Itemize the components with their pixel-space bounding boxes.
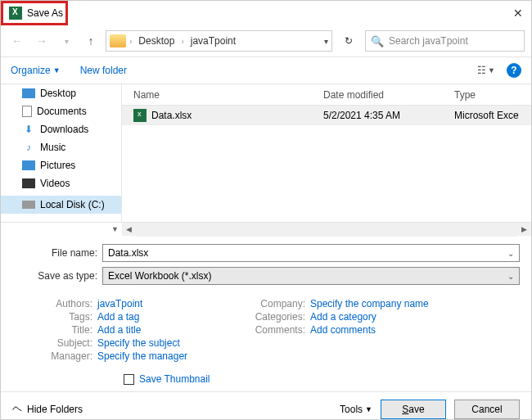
save-button[interactable]: Save bbox=[381, 400, 446, 419]
tools-button[interactable]: Tools ▼ bbox=[340, 404, 372, 415]
subject-label: Subject: bbox=[38, 337, 97, 349]
view-icon: ☷ bbox=[477, 65, 486, 76]
categories-value[interactable]: Add a category bbox=[310, 311, 376, 323]
tree-item-desktop[interactable]: Desktop bbox=[1, 84, 121, 102]
chevron-right-icon[interactable]: › bbox=[181, 37, 183, 46]
music-icon: ♪ bbox=[22, 141, 35, 154]
chevron-down-icon: ▼ bbox=[53, 66, 61, 75]
subject-value[interactable]: Specify the subject bbox=[97, 337, 180, 349]
organize-button[interactable]: Organize ▼ bbox=[11, 65, 61, 76]
tree-item-pictures[interactable]: Pictures bbox=[1, 156, 121, 174]
title-label: Title: bbox=[38, 324, 97, 336]
tags-value[interactable]: Add a tag bbox=[97, 311, 139, 323]
refresh-icon[interactable]: ↻ bbox=[337, 30, 360, 52]
videos-icon bbox=[22, 178, 35, 188]
chevron-down-icon[interactable]: ⌄ bbox=[507, 249, 514, 258]
comments-value[interactable]: Add comments bbox=[310, 324, 376, 336]
recent-dropdown-icon[interactable]: ▾ bbox=[56, 31, 76, 51]
tree-scroll-down-icon[interactable]: ▼ bbox=[1, 222, 122, 236]
authors-value[interactable]: javaTpoint bbox=[97, 298, 142, 309]
authors-label: Authors: bbox=[38, 298, 97, 309]
save-thumbnail-label: Save Thumbnail bbox=[139, 373, 210, 385]
chevron-down-icon[interactable]: ▾ bbox=[324, 37, 328, 46]
cancel-button[interactable]: Cancel bbox=[454, 400, 520, 419]
chevron-down-icon: ▼ bbox=[488, 66, 495, 75]
new-folder-button[interactable]: New folder bbox=[80, 65, 127, 76]
tree-item-music[interactable]: ♪ Music bbox=[1, 138, 121, 156]
excel-file-icon bbox=[133, 109, 147, 122]
desktop-icon bbox=[22, 88, 35, 98]
up-arrow-icon[interactable]: ↑ bbox=[81, 31, 101, 51]
search-input[interactable]: 🔍 Search javaTpoint bbox=[365, 30, 525, 52]
view-button[interactable]: ☷ ▼ bbox=[477, 65, 495, 76]
breadcrumb-javatpoint[interactable]: javaTpoint bbox=[187, 35, 239, 47]
company-label: Company: bbox=[251, 298, 310, 309]
file-row[interactable]: Data.xlsx 5/2/2021 4:35 AM Microsoft Exc… bbox=[122, 106, 531, 125]
chevron-down-icon: ▼ bbox=[365, 405, 372, 413]
tree-item-local-disk[interactable]: Local Disk (C:) bbox=[1, 196, 121, 214]
filename-label: File name: bbox=[12, 247, 102, 259]
manager-value[interactable]: Specify the manager bbox=[97, 350, 187, 362]
savetype-select[interactable]: Excel Workbook (*.xlsx) ⌄ bbox=[102, 267, 520, 285]
document-icon bbox=[22, 106, 32, 117]
breadcrumb-desktop[interactable]: Desktop bbox=[135, 35, 178, 47]
search-placeholder: Search javaTpoint bbox=[389, 35, 468, 47]
folder-tree: Desktop Documents ⬇ Downloads ♪ Music Pi… bbox=[1, 84, 122, 222]
tags-label: Tags: bbox=[38, 311, 97, 323]
excel-icon bbox=[9, 7, 22, 20]
column-name[interactable]: Name bbox=[122, 89, 323, 101]
folder-icon bbox=[110, 34, 126, 47]
savetype-label: Save as type: bbox=[12, 270, 102, 282]
save-thumbnail-checkbox[interactable] bbox=[124, 374, 134, 385]
help-icon[interactable]: ? bbox=[507, 63, 521, 78]
column-date[interactable]: Date modified bbox=[323, 89, 454, 101]
scroll-right-icon[interactable]: ▶ bbox=[517, 223, 531, 237]
chevron-down-icon[interactable]: ⌄ bbox=[507, 272, 514, 281]
column-type[interactable]: Type bbox=[454, 89, 531, 101]
chevron-right-icon[interactable]: › bbox=[129, 37, 132, 46]
comments-label: Comments: bbox=[251, 324, 310, 336]
download-icon: ⬇ bbox=[22, 123, 35, 136]
pictures-icon bbox=[22, 160, 35, 170]
filename-input[interactable]: Data.xlsx ⌄ bbox=[102, 244, 520, 262]
search-icon: 🔍 bbox=[371, 35, 384, 47]
window-title: Save As bbox=[27, 7, 63, 19]
breadcrumb[interactable]: › Desktop › javaTpoint ▾ bbox=[106, 30, 332, 52]
chevron-up-icon: ヘ bbox=[12, 402, 22, 416]
disk-icon bbox=[22, 201, 35, 209]
tree-item-downloads[interactable]: ⬇ Downloads bbox=[1, 120, 121, 138]
company-value[interactable]: Specify the company name bbox=[310, 298, 429, 309]
close-icon[interactable]: ✕ bbox=[513, 7, 523, 20]
title-value[interactable]: Add a title bbox=[97, 324, 141, 336]
forward-arrow-icon[interactable]: → bbox=[32, 31, 52, 51]
scroll-left-icon[interactable]: ◀ bbox=[122, 223, 136, 237]
categories-label: Categories: bbox=[251, 311, 310, 323]
tree-item-documents[interactable]: Documents bbox=[1, 102, 121, 120]
manager-label: Manager: bbox=[38, 350, 97, 362]
back-arrow-icon[interactable]: ← bbox=[7, 31, 27, 51]
horizontal-scrollbar[interactable] bbox=[136, 223, 517, 237]
hide-folders-button[interactable]: ヘ Hide Folders bbox=[12, 402, 83, 416]
tree-item-videos[interactable]: Videos bbox=[1, 174, 121, 192]
